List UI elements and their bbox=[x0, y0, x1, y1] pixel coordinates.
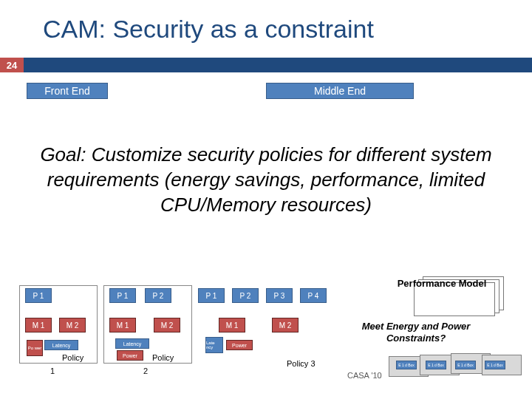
p1-box-cluster3: P 1 bbox=[198, 288, 225, 303]
footer-casa: CASA '10 bbox=[347, 371, 382, 380]
front-end-header: Front End bbox=[27, 83, 108, 99]
policy-num-1: 1 bbox=[50, 366, 55, 375]
p1-box-cluster1: P 1 bbox=[25, 288, 52, 303]
goal-callout: Goal: Customize security policies for di… bbox=[0, 111, 532, 250]
tiny-box-1: E 1 d Box bbox=[396, 361, 417, 369]
page-number-badge: 24 bbox=[0, 58, 24, 72]
p4-box-cluster3: P 4 bbox=[300, 288, 327, 303]
p1-box-cluster2: P 1 bbox=[109, 288, 136, 303]
latency-box-cluster1: Latency bbox=[44, 340, 78, 350]
latency-box-cluster2: Latency bbox=[115, 338, 149, 349]
goal-text: Goal: Customize security policies for di… bbox=[15, 143, 517, 217]
m2-box-cluster3: M 2 bbox=[272, 318, 299, 332]
policy-num-2: 2 bbox=[143, 366, 148, 375]
policy-label-2: Policy bbox=[152, 353, 174, 362]
p2-box-cluster3: P 2 bbox=[232, 288, 259, 303]
latency-box-cluster3: Late ncy bbox=[205, 337, 223, 353]
title-underline-bar bbox=[0, 58, 532, 72]
m1-box-cluster2: M 1 bbox=[109, 318, 136, 332]
thumbnail-cluster: E 1 d Box E 1 d Box E 1 d Box E 1 d Box bbox=[389, 353, 529, 380]
power-box-cluster1: Po wer bbox=[27, 340, 43, 356]
m2-box-cluster2: M 2 bbox=[154, 318, 180, 332]
power-box-cluster2: Power bbox=[117, 350, 143, 361]
m1-box-cluster3: M 1 bbox=[219, 318, 245, 332]
p2-box-cluster2: P 2 bbox=[145, 288, 171, 303]
tiny-box-3: E 1 d Box bbox=[455, 361, 476, 369]
m2-box-cluster1: M 2 bbox=[59, 318, 86, 332]
middle-end-header: Middle End bbox=[266, 83, 414, 99]
policy-label-3: Policy 3 bbox=[287, 359, 316, 368]
slide-title: CAM: Security as a constraint bbox=[43, 15, 374, 44]
tiny-box-4: E 1 d Box bbox=[485, 361, 505, 369]
p3-box-cluster3: P 3 bbox=[266, 288, 293, 303]
policy-label-1: Policy bbox=[62, 353, 83, 362]
power-box-cluster3: Power bbox=[226, 340, 253, 350]
tiny-box-2: E 1 d Box bbox=[426, 361, 446, 369]
m1-box-cluster1: M 1 bbox=[25, 318, 52, 332]
